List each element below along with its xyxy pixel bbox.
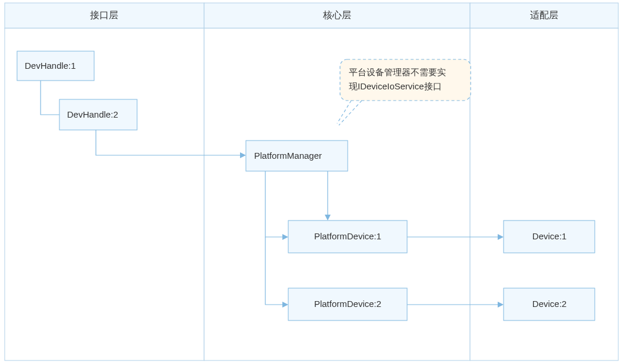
svg-rect-0: [340, 59, 471, 101]
label-device-1: Device:1: [532, 231, 567, 241]
header-label-adapter: 适配层: [530, 10, 558, 20]
label-platform-device-1: PlatformDevice:1: [314, 231, 381, 241]
note-line-2: 现IDeviceIoService接口: [349, 81, 442, 91]
label-device-2: Device:2: [532, 299, 567, 309]
label-platform-device-2: PlatformDevice:2: [314, 299, 381, 309]
label-devhandle-2: DevHandle:2: [67, 109, 118, 119]
header-label-core: 核心层: [322, 10, 351, 20]
architecture-diagram: 接口层 核心层 适配层 DevHandle:1 DevHandle:2 Plat…: [0, 0, 623, 364]
label-platform-manager: PlatformManager: [254, 151, 322, 161]
note-line-1: 平台设备管理器不需要实: [349, 67, 446, 77]
header-label-interface: 接口层: [90, 10, 118, 20]
label-devhandle-1: DevHandle:1: [25, 61, 76, 71]
